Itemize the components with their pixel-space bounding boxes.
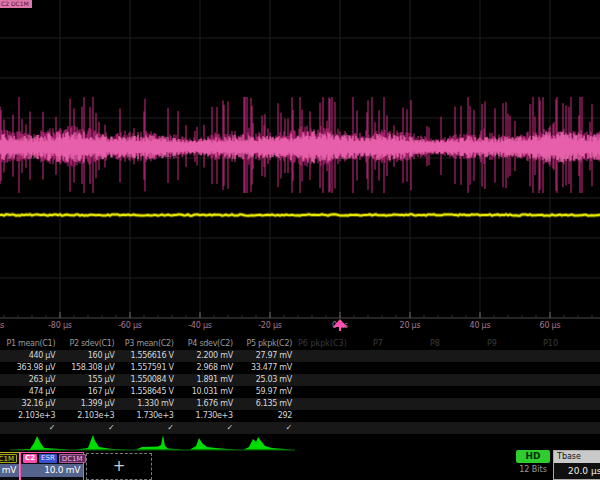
value-cell: 1.556616 V <box>118 350 177 362</box>
axis-label: -40 µs <box>178 321 222 330</box>
status-check-icon: ✓ <box>237 422 296 434</box>
waveform-grid[interactable]: -100 µs -80 µs -60 µs -40 µs -20 µs 0 µs… <box>0 0 600 336</box>
value-cell: 1.399 µV <box>59 398 118 410</box>
measure-header-row: P1 mean(C1) P2 sdev(C1) P3 mean(C2) P4 s… <box>0 338 600 350</box>
add-channel-button[interactable]: + <box>86 453 152 480</box>
value-cell: 2.103e+3 <box>59 410 118 422</box>
value-cell: 1.730e+3 <box>118 410 177 422</box>
measure-row-status: ✓ ✓ ✓ ✓ ✓ <box>0 422 600 434</box>
value-cell: 32.16 µV <box>0 398 59 410</box>
value-cell: 363.98 µV <box>0 362 59 374</box>
param-header-p9[interactable]: P9 <box>487 338 497 350</box>
value-cell: 440 µV <box>0 350 59 362</box>
status-check-icon: ✓ <box>178 422 237 434</box>
value-cell: 25.03 mV <box>237 374 296 386</box>
measure-row-sdev: 32.16 µV 1.399 µV 1.330 mV 1.676 mV 6.13… <box>0 398 600 410</box>
axis-label: 40 µs <box>458 321 502 330</box>
hd-bits-label: 12 Bits <box>510 465 556 474</box>
value-cell: 292 <box>237 410 296 422</box>
histicon-p2[interactable] <box>76 435 130 450</box>
c2-coupling-badge: DC1M <box>59 454 86 463</box>
status-check-icon: ✓ <box>59 422 118 434</box>
axis-label: 60 µs <box>528 321 572 330</box>
param-header-p3[interactable]: P3 mean(C2) <box>118 338 177 350</box>
hd-mode-badge[interactable]: HD <box>516 450 550 463</box>
histicon-strip <box>0 434 600 452</box>
measure-table: P1 mean(C1) P2 sdev(C1) P3 mean(C2) P4 s… <box>0 338 600 434</box>
histicon-p5[interactable] <box>244 437 292 450</box>
trigger-position-marker[interactable] <box>330 317 350 331</box>
param-header-p8[interactable]: P8 <box>430 338 440 350</box>
status-check-icon: ✓ <box>0 422 59 434</box>
c2-esr-badge: ESR <box>39 454 57 463</box>
measure-row-min: 263 µV 155 µV 1.550084 V 1.891 mV 25.03 … <box>0 374 600 386</box>
value-cell: 1.891 mV <box>178 374 237 386</box>
oscilloscope-screen: -100 µs -80 µs -60 µs -40 µs -20 µs 0 µs… <box>0 0 600 480</box>
c1-vertical-scale: 10.0 mV <box>0 464 19 477</box>
timebase-descriptor[interactable]: Tbase 20.0 µs <box>553 450 600 480</box>
value-cell: 6.135 mV <box>237 398 296 410</box>
channel-c1-descriptor[interactable]: DC1M 10.0 mV <box>0 452 20 480</box>
value-cell: 10.031 mV <box>178 386 237 398</box>
value-cell: 2.200 mV <box>178 350 237 362</box>
value-cell: 474 µV <box>0 386 59 398</box>
c2-vertical-scale: 10.0 mV <box>21 464 83 477</box>
param-header-p10[interactable]: P10 <box>543 338 558 350</box>
timebase-title: Tbase <box>554 451 600 463</box>
value-cell: 167 µV <box>59 386 118 398</box>
value-cell: 1.730e+3 <box>178 410 237 422</box>
axis-label: -60 µs <box>108 321 152 330</box>
measure-row-mean: 363.98 µV 158.308 µV 1.557591 V 2.968 mV… <box>0 362 600 374</box>
value-cell: 155 µV <box>59 374 118 386</box>
measure-row-max: 474 µV 167 µV 1.558645 V 10.031 mV 59.97… <box>0 386 600 398</box>
status-check-icon: ✓ <box>118 422 177 434</box>
param-header-p6[interactable]: P6 pkpk(C3) <box>298 338 347 350</box>
value-cell: 1.557591 V <box>118 362 177 374</box>
histicon-p1[interactable] <box>14 436 70 450</box>
histicon-p4[interactable] <box>190 438 240 450</box>
measure-row-value: 440 µV 160 µV 1.556616 V 2.200 mV 27.97 … <box>0 350 600 362</box>
value-cell: 59.97 mV <box>237 386 296 398</box>
axis-label: -80 µs <box>38 321 82 330</box>
timebase-value: 20.0 µs <box>554 463 600 479</box>
value-cell: 263 µV <box>0 374 59 386</box>
param-header-p2[interactable]: P2 sdev(C1) <box>59 338 118 350</box>
axis-label: 20 µs <box>388 321 432 330</box>
axis-label: -100 µs <box>0 321 12 330</box>
histicon-p3[interactable] <box>136 435 184 450</box>
value-cell: 158.308 µV <box>59 362 118 374</box>
value-cell: 1.676 mV <box>178 398 237 410</box>
param-header-p4[interactable]: P4 sdev(C2) <box>178 338 237 350</box>
top-left-trace-label[interactable]: C2 DC1M <box>0 0 32 8</box>
param-header-p5[interactable]: P5 pkpk(C2) <box>237 338 296 350</box>
value-cell: 1.550084 V <box>118 374 177 386</box>
param-header-p1[interactable]: P1 mean(C1) <box>0 338 59 350</box>
value-cell: 33.477 mV <box>237 362 296 374</box>
channel-c2-descriptor[interactable]: C2 ESR DC1M 10.0 mV <box>20 452 84 480</box>
value-cell: 1.330 mV <box>118 398 177 410</box>
measure-row-num: 2.103e+3 2.103e+3 1.730e+3 1.730e+3 292 <box>0 410 600 422</box>
value-cell: 160 µV <box>59 350 118 362</box>
axis-label: -20 µs <box>248 321 292 330</box>
value-cell: 27.97 mV <box>237 350 296 362</box>
value-cell: 1.558645 V <box>118 386 177 398</box>
c2-label-badge: C2 <box>23 454 37 463</box>
c1-coupling-badge: DC1M <box>0 454 17 463</box>
param-header-p7[interactable]: P7 <box>373 338 383 350</box>
graticule-and-traces <box>0 0 600 336</box>
value-cell: 2.968 mV <box>178 362 237 374</box>
value-cell: 2.103e+3 <box>0 410 59 422</box>
